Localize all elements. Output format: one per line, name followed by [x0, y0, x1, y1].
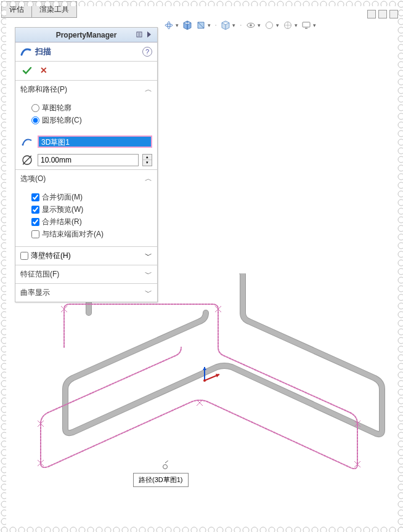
cube-iso-icon[interactable]	[221, 20, 230, 30]
svg-line-14	[165, 461, 181, 463]
eye-icon[interactable]	[246, 20, 256, 30]
chevron-down-icon: ﹀	[145, 269, 152, 280]
diameter-spinner[interactable]: ▴▾	[142, 154, 152, 166]
path-callout: 路径(3D草图1)	[133, 464, 189, 487]
dropdown-icon[interactable]: ▾	[176, 22, 179, 28]
confirm-row: ✕	[15, 62, 157, 81]
pm-title: PropertyManager	[56, 31, 117, 39]
section-header-curvature[interactable]: 曲率显示 ﹀	[15, 284, 157, 302]
cancel-button[interactable]: ✕	[39, 65, 49, 75]
top-tabs: 评估 渲染工具	[1, 1, 77, 18]
svg-point-11	[22, 144, 24, 146]
section-header-scope[interactable]: 特征范围(F) ﹀	[15, 265, 157, 283]
section-header-options[interactable]: 选项(O) ︿	[15, 170, 157, 188]
section-header-profile-path[interactable]: 轮廓和路径(P) ︿	[15, 81, 157, 99]
check-show-preview[interactable]: 显示预览(W)	[31, 204, 152, 215]
svg-rect-9	[303, 22, 310, 27]
help-button[interactable]: ?	[142, 47, 152, 57]
radio-circle-profile[interactable]: 圆形轮廓(C)	[31, 115, 152, 126]
path-selection-field[interactable]: 3D草图1	[38, 135, 152, 148]
dropdown-icon[interactable]: ▾	[208, 22, 211, 28]
chevron-down-icon: ﹀	[145, 251, 152, 261]
display-icon[interactable]	[301, 20, 311, 30]
dropdown-icon[interactable]: ▾	[313, 22, 316, 28]
section-header-thin[interactable]: 薄壁特征(H) ﹀	[15, 247, 157, 265]
tab-evaluate[interactable]: 评估	[1, 1, 32, 18]
viewport-btn-3[interactable]	[389, 10, 398, 18]
sweep-icon	[20, 46, 31, 57]
section-scope: 特征范围(F) ﹀	[15, 265, 157, 284]
tab-render-tools[interactable]: 渲染工具	[32, 1, 77, 18]
section-curvature: 曲率显示 ﹀	[15, 284, 157, 302]
pm-header: PropertyManager	[15, 28, 157, 42]
diameter-input[interactable]	[38, 154, 139, 166]
dropdown-icon[interactable]: ▾	[232, 22, 235, 28]
pin-icon[interactable]	[135, 30, 144, 39]
dropdown-icon[interactable]: ▾	[295, 22, 298, 28]
chevron-down-icon: ﹀	[145, 288, 152, 298]
chevron-up-icon: ︿	[145, 84, 152, 95]
section-thin: 薄壁特征(H) ﹀	[15, 247, 157, 265]
path-selection-icon[interactable]	[20, 135, 34, 148]
check-merge-tangent[interactable]: 合并切面(M)	[31, 192, 152, 203]
dropdown-icon[interactable]: ▾	[258, 22, 261, 28]
diameter-icon	[20, 153, 34, 167]
view-toolbar: ▾ ▾ · ▾ · ▾ ▾ ▾ ▾	[164, 20, 316, 31]
svg-point-7	[266, 22, 272, 29]
close-panel-icon[interactable]	[145, 30, 153, 39]
dropdown-icon[interactable]: ▾	[276, 22, 279, 28]
chevron-up-icon: ︿	[145, 174, 152, 184]
section-view-icon[interactable]	[196, 20, 206, 30]
cube-shaded-icon[interactable]	[182, 20, 192, 30]
viewport-controls	[367, 10, 398, 18]
radio-sketch-profile[interactable]: 草图轮廓	[31, 103, 152, 113]
viewport-btn-1[interactable]	[367, 10, 376, 18]
callout-label: 路径(3D草图1)	[133, 473, 189, 487]
viewport-btn-2[interactable]	[378, 10, 387, 18]
feature-header: 扫描 ?	[15, 42, 157, 62]
property-manager-panel: PropertyManager 扫描 ? ✕ 轮廓和路径(P) ︿	[15, 27, 158, 302]
section-options: 选项(O) ︿ 合并切面(M) 显示预览(W) 合并结果(R) 与结束端面对齐(…	[15, 170, 157, 247]
ok-button[interactable]	[22, 65, 33, 76]
appearance-icon[interactable]	[264, 20, 274, 30]
scene-icon[interactable]	[283, 20, 293, 30]
orbit-icon[interactable]	[164, 20, 174, 30]
check-merge-result[interactable]: 合并结果(R)	[31, 217, 152, 227]
check-align-end[interactable]: 与结束端面对齐(A)	[31, 229, 152, 240]
svg-point-6	[250, 24, 252, 26]
feature-name: 扫描	[35, 46, 51, 57]
section-profile-path: 轮廓和路径(P) ︿ 草图轮廓 圆形轮廓(C) 3D草图1 ▴▾	[15, 81, 157, 170]
